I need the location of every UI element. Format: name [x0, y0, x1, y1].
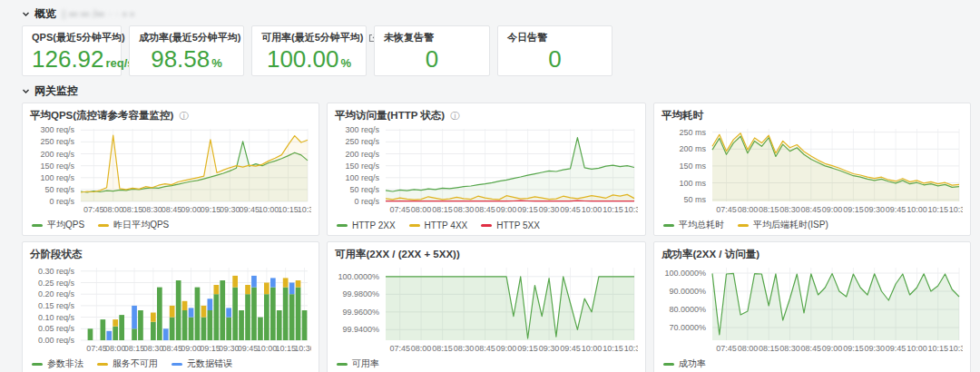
chart-panel-latency: 平均耗时 07:4508:0008:1508:3008:4509:0009:15…	[653, 103, 971, 236]
x-axis-label: 07:45	[389, 205, 410, 214]
bar-segment	[113, 327, 118, 340]
bar-segment	[245, 285, 250, 294]
legend-swatch	[481, 224, 492, 227]
x-axis-label: 08:00	[103, 205, 123, 214]
x-axis-label: 08:15	[759, 205, 779, 214]
legend-http-status: HTTP 2XXHTTP 4XXHTTP 5XX	[335, 218, 638, 232]
bar-segment	[208, 310, 213, 340]
x-axis-label: 07:45	[716, 205, 737, 214]
bar-segment	[119, 315, 124, 340]
legend-item[interactable]: 平均QPS	[32, 219, 84, 231]
legend-label: 平均QPS	[47, 219, 84, 231]
panel-title-text: 分阶段状态	[30, 248, 83, 261]
x-axis-label: 09:15	[843, 205, 864, 214]
stat-value-success-rate: 98.58%	[139, 44, 234, 79]
x-axis-label: 10:30	[949, 205, 963, 214]
bar-segment	[201, 306, 207, 318]
x-axis-label: 08:45	[801, 344, 822, 353]
bar-segment	[157, 288, 162, 340]
x-axis-label: 09:00	[496, 344, 517, 353]
chart-http-status[interactable]: 07:4508:0008:1508:3008:4509:0009:1509:30…	[335, 123, 638, 218]
x-axis-label: 08:15	[432, 205, 453, 214]
charts-grid: 平均QPS(流控请参考容量监控) ⓘ 07:4508:0008:1508:300…	[22, 103, 980, 372]
legend-item[interactable]: 昨日平均QPS	[98, 219, 169, 231]
section-gateway-header[interactable]: 网关监控	[22, 84, 980, 97]
x-axis-label: 10:30	[624, 205, 638, 214]
legend-item[interactable]: 平均后端耗时(ISP)	[738, 219, 828, 231]
section-overview-title: 概览	[34, 6, 56, 22]
panel-title[interactable]: 平均耗时	[662, 108, 963, 123]
y-axis-label: 300 req/s	[345, 125, 379, 134]
panel-title[interactable]: 平均访问量(HTTP 状态) ⓘ	[335, 108, 638, 123]
chart-success-rate[interactable]: 07:4508:0008:1508:3008:4509:0009:1509:30…	[662, 262, 963, 357]
legend-item[interactable]: 元数据错误	[172, 357, 232, 370]
bar-segment	[251, 288, 257, 340]
bar-segment	[106, 331, 112, 340]
bar-segment	[214, 294, 220, 340]
chart-availability[interactable]: 07:4508:0008:1508:3008:4509:0009:1509:30…	[335, 262, 638, 357]
legend-swatch	[97, 363, 108, 366]
panel-title[interactable]: 可用率(2XX / (2XX + 5XX))	[335, 247, 638, 262]
chart-stage-status[interactable]: 07:4508:0008:1508:3008:4509:0009:1509:30…	[30, 262, 311, 357]
stat-card-success-rate: 成功率(最近5分钟平均) 98.58%	[129, 25, 244, 76]
legend-swatch	[409, 224, 420, 227]
y-axis-label: 0.15 req/s	[38, 301, 75, 310]
bar-segment	[296, 288, 301, 340]
legend-label: 参数非法	[47, 357, 83, 370]
legend-item[interactable]: HTTP 5XX	[481, 220, 540, 230]
legend-swatch	[337, 224, 348, 227]
x-axis-label: 09:30	[220, 205, 240, 214]
legend-label: 可用率	[352, 357, 379, 370]
bar-segment	[283, 278, 289, 287]
legend-swatch	[663, 363, 674, 366]
x-axis-label: 10:00	[257, 344, 278, 353]
stat-title: QPS(最近5分钟平均)	[32, 31, 125, 44]
chart-avg-qps[interactable]: 07:4508:0008:1508:3008:4509:0009:1509:30…	[30, 123, 311, 218]
panel-title[interactable]: 平均QPS(流控请参考容量监控) ⓘ	[30, 108, 311, 123]
legend-item[interactable]: 平均总耗时	[663, 219, 724, 231]
bar-segment	[208, 299, 213, 310]
bar-segment	[258, 318, 263, 340]
stat-value-availability: 100.00%	[261, 44, 357, 79]
section-overview-header[interactable]: 概览 | ▪▪·▪▪ /▪▪ · · ▪ ▪	[22, 7, 980, 20]
x-axis-label: 09:00	[822, 205, 843, 214]
legend-item[interactable]: HTTP 2XX	[337, 220, 396, 230]
legend-label: 平均后端耗时(ISP)	[753, 219, 828, 231]
y-axis-label: 300 req/s	[40, 125, 74, 134]
bar-segment	[289, 294, 295, 340]
bar-segment	[214, 285, 220, 294]
stat-title: 未恢复告警	[384, 31, 434, 44]
bar-segment	[151, 313, 156, 322]
info-icon[interactable]: ⓘ	[450, 110, 459, 122]
bar-segment	[277, 310, 282, 340]
y-axis-label: 99.9400%	[342, 325, 379, 334]
legend-item[interactable]: 参数非法	[32, 357, 83, 370]
chart-latency[interactable]: 07:4508:0008:1508:3008:4509:0009:1509:30…	[662, 123, 963, 218]
legend-item[interactable]: 服务不可用	[97, 357, 158, 370]
legend-item[interactable]: HTTP 4XX	[409, 220, 468, 230]
y-axis-label: 0 req/s	[354, 197, 379, 206]
legend-swatch	[32, 363, 43, 366]
x-axis-label: 10:30	[294, 344, 311, 353]
panel-title[interactable]: 成功率(2XX / 访问量)	[662, 247, 963, 262]
bar-segment	[245, 294, 250, 340]
x-axis-label: 10:00	[906, 205, 927, 214]
bar-segment	[189, 308, 194, 317]
chart-panel-availability: 可用率(2XX / (2XX + 5XX)) 07:4508:0008:1508…	[327, 241, 646, 372]
panel-title-text: 平均访问量(HTTP 状态)	[335, 109, 445, 122]
info-icon[interactable]: ⓘ	[179, 110, 188, 122]
x-axis-label: 08:30	[142, 205, 162, 214]
legend-stage-status: 参数非法服务不可用元数据错误	[30, 357, 311, 371]
panel-title[interactable]: 分阶段状态	[30, 247, 311, 262]
y-axis-label: 50 ms	[683, 195, 706, 204]
x-axis-label: 10:30	[298, 205, 311, 214]
x-axis-label: 07:45	[716, 344, 737, 353]
bar-segment	[132, 306, 137, 328]
legend-item[interactable]: 成功率	[663, 357, 706, 370]
y-axis-label: 200 req/s	[345, 150, 379, 159]
x-axis-label: 09:30	[864, 344, 885, 353]
legend-label: 元数据错误	[187, 357, 232, 370]
legend-item[interactable]: 可用率	[337, 357, 379, 370]
y-axis-label: 70.0000%	[669, 323, 706, 332]
stat-card-today-alerts: 今日告警 0	[497, 25, 612, 76]
